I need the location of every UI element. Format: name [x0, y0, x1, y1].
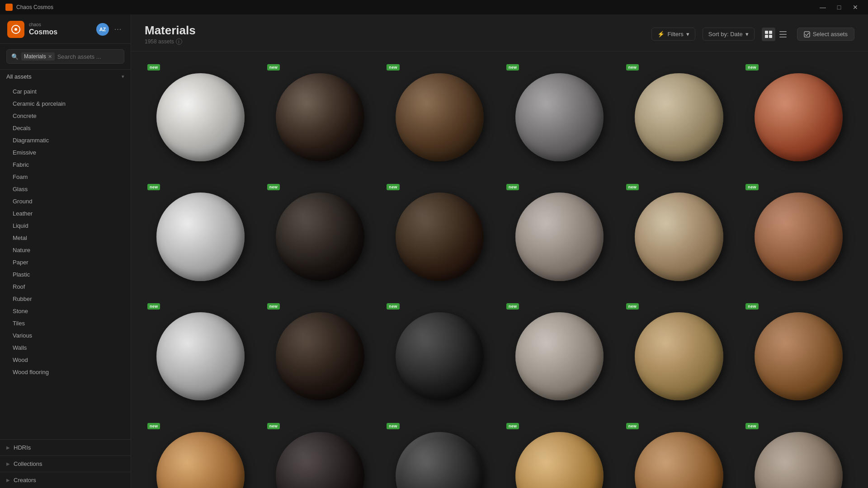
filters-button[interactable]: ⚡ Filters ▾ [651, 28, 695, 41]
asset-card[interactable]: new [742, 419, 855, 488]
category-item-wood[interactable]: Wood [0, 354, 131, 366]
sort-label: Sort by: Date [708, 31, 743, 38]
category-item-plastic[interactable]: Plastic [0, 268, 131, 281]
category-item-diagrammatic[interactable]: Diagrammatic [0, 134, 131, 146]
new-badge: new [147, 184, 160, 190]
chevron-right-icon: ▶ [6, 461, 10, 466]
material-sphere [396, 192, 484, 281]
asset-card[interactable]: new [264, 180, 377, 294]
new-badge: new [387, 303, 399, 310]
category-item-ceramic[interactable]: Ceramic & porcelain [0, 98, 131, 110]
select-assets-button[interactable]: Select assets [797, 28, 854, 41]
category-item-foam[interactable]: Foam [0, 171, 131, 183]
asset-card[interactable]: new [742, 180, 855, 294]
collections-label: Collections [14, 460, 42, 467]
material-sphere [276, 192, 364, 281]
search-tag-remove[interactable]: ✕ [48, 54, 52, 60]
user-area: AZ ··· [96, 23, 123, 36]
category-item-rubber[interactable]: Rubber [0, 293, 131, 305]
avatar[interactable]: AZ [96, 23, 109, 36]
category-item-liquid[interactable]: Liquid [0, 220, 131, 232]
material-sphere [515, 192, 604, 281]
svg-rect-3 [769, 31, 772, 34]
asset-card[interactable]: new [264, 419, 377, 488]
category-item-walls[interactable]: Walls [0, 342, 131, 354]
category-item-stone[interactable]: Stone [0, 305, 131, 317]
sidebar-item-collections[interactable]: ▶ Collections [0, 455, 131, 472]
new-badge: new [267, 184, 280, 190]
main-content: Materials 1958 assets i ⚡ Filters ▾ Sort… [131, 14, 868, 488]
material-sphere [396, 312, 484, 401]
asset-card[interactable]: new [144, 300, 257, 413]
new-badge: new [267, 303, 280, 310]
new-badge: new [745, 423, 758, 429]
category-item-car-paint[interactable]: Car paint [0, 85, 131, 98]
more-button[interactable]: ··· [113, 24, 123, 35]
asset-card[interactable]: new [503, 180, 616, 294]
category-item-concrete[interactable]: Concrete [0, 110, 131, 122]
sort-button[interactable]: Sort by: Date ▾ [703, 28, 755, 41]
new-badge: new [626, 423, 639, 429]
category-item-paper[interactable]: Paper [0, 256, 131, 268]
asset-card[interactable]: new [742, 300, 855, 413]
asset-card[interactable]: new [503, 61, 616, 174]
category-item-glass[interactable]: Glass [0, 183, 131, 195]
minimize-button[interactable]: — [816, 0, 830, 14]
category-item-wood-flooring[interactable]: Wood flooring [0, 366, 131, 378]
asset-card[interactable]: new [623, 300, 736, 413]
category-list: Car paint Ceramic & porcelain Concrete D… [0, 84, 131, 439]
category-item-decals[interactable]: Decals [0, 122, 131, 134]
category-item-metal[interactable]: Metal [0, 232, 131, 244]
sidebar-item-hdris[interactable]: ▶ HDRIs [0, 439, 131, 455]
app-icon [5, 4, 13, 11]
search-input[interactable] [57, 53, 131, 60]
all-assets-dropdown[interactable]: All assets ▾ [0, 70, 131, 84]
asset-card[interactable]: new [264, 61, 377, 174]
material-sphere [515, 312, 604, 401]
material-sphere [276, 312, 364, 401]
material-sphere [755, 432, 843, 488]
category-item-nature[interactable]: Nature [0, 244, 131, 256]
new-badge: new [387, 423, 399, 429]
material-sphere [156, 192, 245, 281]
material-sphere [635, 73, 723, 162]
sidebar-item-creators[interactable]: ▶ Creators [0, 472, 131, 488]
svg-rect-8 [779, 37, 787, 38]
new-badge: new [626, 184, 639, 190]
category-item-fabric[interactable]: Fabric [0, 159, 131, 171]
material-sphere [515, 432, 604, 488]
asset-card[interactable]: new [144, 180, 257, 294]
material-sphere [156, 312, 245, 401]
category-item-emissive[interactable]: Emissive [0, 146, 131, 159]
asset-card[interactable]: new [503, 419, 616, 488]
list-view-button[interactable] [776, 28, 790, 41]
maximize-button[interactable]: □ [832, 0, 846, 14]
asset-card[interactable]: new [144, 419, 257, 488]
asset-card[interactable]: new [383, 180, 496, 294]
material-sphere [635, 432, 723, 488]
select-label: Select assets [813, 31, 848, 38]
asset-card[interactable]: new [742, 61, 855, 174]
info-icon: i [176, 38, 182, 45]
category-item-roof[interactable]: Roof [0, 281, 131, 293]
asset-card[interactable]: new [144, 61, 257, 174]
hdris-label: HDRIs [14, 444, 31, 451]
asset-count: 1958 assets i [145, 38, 196, 45]
asset-card[interactable]: new [383, 300, 496, 413]
asset-card[interactable]: new [264, 300, 377, 413]
category-item-leather[interactable]: Leather [0, 207, 131, 220]
category-item-tiles[interactable]: Tiles [0, 317, 131, 329]
new-badge: new [387, 64, 399, 70]
sidebar: chaos Cosmos AZ ··· 🔍 Materials ✕ All as… [0, 14, 131, 488]
category-item-ground[interactable]: Ground [0, 195, 131, 207]
close-button[interactable]: ✕ [848, 0, 863, 14]
asset-card[interactable]: new [623, 419, 736, 488]
asset-card[interactable]: new [623, 61, 736, 174]
new-badge: new [745, 184, 758, 190]
asset-card[interactable]: new [383, 419, 496, 488]
asset-card[interactable]: new [623, 180, 736, 294]
asset-card[interactable]: new [503, 300, 616, 413]
asset-card[interactable]: new [383, 61, 496, 174]
grid-view-button[interactable] [762, 28, 775, 41]
category-item-various[interactable]: Various [0, 329, 131, 342]
